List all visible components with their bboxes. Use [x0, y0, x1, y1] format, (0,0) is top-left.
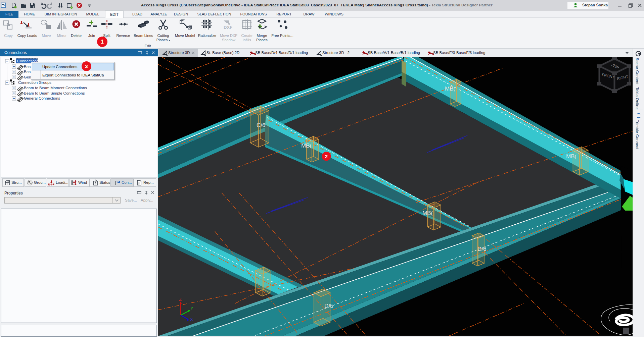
- svg-text:MB(: MB(: [445, 86, 455, 92]
- svg-text:D/6: D/6: [477, 246, 486, 252]
- svg-text:MB(: MB(: [422, 210, 433, 216]
- svg-text:2: 2: [325, 154, 328, 159]
- svg-text:Y: Y: [190, 306, 193, 311]
- svg-text:MB(: MB(: [301, 143, 312, 149]
- svg-text:C/6: C/6: [257, 122, 265, 128]
- svg-text:Z: Z: [179, 297, 182, 302]
- svg-text:DXF: DXF: [224, 25, 232, 30]
- svg-text:D/5: D/5: [324, 303, 333, 309]
- svg-text:X: X: [190, 317, 193, 322]
- svg-text:MB(: MB(: [566, 153, 577, 160]
